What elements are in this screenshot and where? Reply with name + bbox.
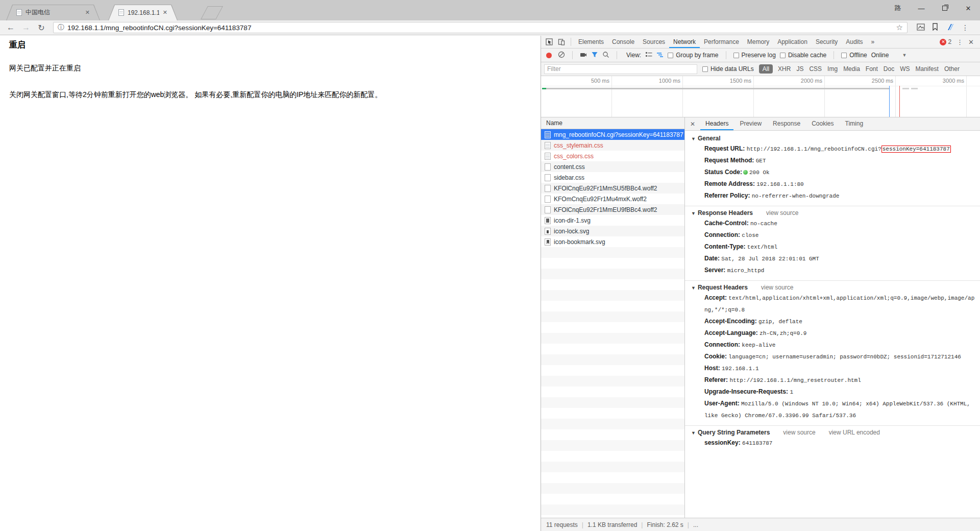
preserve-log-checkbox[interactable]: Preserve log <box>733 52 776 59</box>
ime-indicator[interactable]: 路 <box>886 4 910 13</box>
network-overview-timeline[interactable]: 500 ms 1000 ms 1500 ms 2000 ms 2500 ms 3… <box>541 76 980 117</box>
error-count: 2 <box>948 38 951 45</box>
filter-type-all[interactable]: All <box>759 64 773 74</box>
inspect-element-icon[interactable] <box>543 38 555 45</box>
new-tab-button[interactable] <box>201 6 223 19</box>
image-icon <box>545 238 551 246</box>
view-list-icon[interactable] <box>645 51 652 60</box>
address-bar[interactable]: ⓘ 192.168.1.1/mng_rebootinfoCN.cgi?sessi… <box>53 22 908 33</box>
filter-funnel-icon[interactable] <box>591 51 598 60</box>
search-icon[interactable] <box>602 51 609 60</box>
request-row[interactable]: icon-lock.svg <box>541 226 684 236</box>
page-status-line: 网关已配置并正在重启 <box>9 64 531 73</box>
filter-type-img[interactable]: Img <box>827 65 838 73</box>
view-source-link[interactable]: view source <box>783 429 815 436</box>
view-url-encoded-link[interactable]: view URL encoded <box>829 429 880 436</box>
devtools-tab-memory[interactable]: Memory <box>743 36 773 48</box>
filter-type-js[interactable]: JS <box>796 65 803 73</box>
devtools-tab-console[interactable]: Console <box>608 36 639 48</box>
tab-close-icon[interactable]: ✕ <box>163 10 167 15</box>
request-row[interactable]: content.css <box>541 161 684 172</box>
detail-tab-preview[interactable]: Preview <box>734 117 767 130</box>
browser-tab-1[interactable]: 中国电信 ✕ <box>6 5 100 20</box>
request-row[interactable]: KFOlCnqEu92Fr1MmSU5fBBc4.woff2 <box>541 183 684 194</box>
devtools-tab-application[interactable]: Application <box>773 36 812 48</box>
devtools-menu-icon[interactable]: ⋮ <box>957 38 963 46</box>
request-row[interactable]: icon-dir-1.svg <box>541 215 684 226</box>
request-row[interactable]: KFOlCnqEu92Fr1MmEU9fBBc4.woff2 <box>541 204 684 215</box>
filter-type-media[interactable]: Media <box>843 65 860 73</box>
filter-type-doc[interactable]: Doc <box>884 65 894 73</box>
error-count-badge[interactable]: ✕ 2 <box>940 38 951 45</box>
disclosure-triangle-icon[interactable]: ▼ <box>691 285 696 291</box>
request-row[interactable]: icon-bookmark.svg <box>541 236 684 247</box>
more-tabs-chevron[interactable]: » <box>867 36 879 48</box>
view-source-link[interactable]: view source <box>761 284 793 291</box>
devtools-tab-performance[interactable]: Performance <box>700 36 743 48</box>
bookmark-extension-icon[interactable] <box>932 23 938 32</box>
query-string-section: ▼Query String Parameters view source vie… <box>685 426 980 453</box>
device-toolbar-icon[interactable] <box>555 38 568 45</box>
ruler-line <box>541 86 980 86</box>
filter-type-other[interactable]: Other <box>944 65 960 73</box>
close-button[interactable]: ✕ <box>957 5 980 12</box>
disclosure-triangle-icon[interactable]: ▼ <box>691 136 696 141</box>
divider <box>834 51 834 59</box>
hide-data-urls-checkbox[interactable]: Hide data URLs <box>702 65 754 73</box>
record-button[interactable] <box>546 53 552 58</box>
request-row[interactable]: css_colors.css <box>541 151 684 161</box>
devtools-tab-elements[interactable]: Elements <box>574 36 608 48</box>
header-row: Host: 192.168.1.1 <box>691 363 975 374</box>
detail-tab-headers[interactable]: Headers <box>700 117 733 130</box>
tick-label: 2000 ms <box>783 78 822 84</box>
devtools-tab-sources[interactable]: Sources <box>639 36 669 48</box>
filter-input[interactable] <box>544 64 697 74</box>
clear-button[interactable] <box>558 51 565 60</box>
url-text[interactable]: 192.168.1.1/mng_rebootinfoCN.cgi?session… <box>67 24 893 32</box>
request-row[interactable]: KFOmCnqEu92Fr1Mu4mxK.woff2 <box>541 194 684 204</box>
detail-tab-response[interactable]: Response <box>768 117 805 130</box>
request-row[interactable]: css_stylemain.css <box>541 140 684 151</box>
bookmark-star-icon[interactable]: ☆ <box>896 23 903 32</box>
throttling-select[interactable]: Online <box>871 52 889 59</box>
offline-checkbox[interactable]: Offline <box>841 52 867 59</box>
throttling-dropdown-arrow[interactable]: ▼ <box>902 53 906 58</box>
disclosure-triangle-icon[interactable]: ▼ <box>691 211 696 216</box>
screenshot-extension-icon[interactable] <box>917 23 925 32</box>
minimize-button[interactable]: — <box>910 5 933 12</box>
disable-cache-checkbox[interactable]: Disable cache <box>780 52 826 59</box>
filter-type-css[interactable]: CSS <box>809 65 822 73</box>
timeline-bar <box>546 88 889 89</box>
devtools-tab-audits[interactable]: Audits <box>842 36 867 48</box>
detail-tab-timing[interactable]: Timing <box>840 117 869 130</box>
back-button[interactable]: ← <box>4 23 17 32</box>
header-row: Request Method: GET <box>691 155 975 166</box>
browser-tab-2-active[interactable]: 192.168.1.1/mng_reboo ✕ <box>108 5 178 20</box>
capture-screenshots-icon[interactable] <box>580 51 587 60</box>
header-row: Referer: http://192.168.1.1/mng_resetrou… <box>691 374 975 386</box>
chrome-menu-icon[interactable]: ⋮ <box>961 23 972 32</box>
tab-close-icon[interactable]: ✕ <box>85 10 90 15</box>
reload-button[interactable]: ↻ <box>35 23 48 33</box>
view-source-link[interactable]: view source <box>766 209 798 216</box>
filter-type-ws[interactable]: WS <box>900 65 910 73</box>
disclosure-triangle-icon[interactable]: ▼ <box>691 430 696 436</box>
devtools-close-icon[interactable]: ✕ <box>968 38 974 46</box>
filter-type-xhr[interactable]: XHR <box>778 65 791 73</box>
devtools-tab-security[interactable]: Security <box>812 36 842 48</box>
request-row[interactable]: mng_rebootinfoCN.cgi?sessionKey=64118378… <box>541 129 684 140</box>
filter-type-font[interactable]: Font <box>866 65 878 73</box>
forward-button[interactable]: → <box>19 23 33 32</box>
timeline-bar-green <box>542 88 546 89</box>
maximize-button[interactable] <box>933 5 957 12</box>
request-list-header[interactable]: Name <box>541 117 684 129</box>
request-row[interactable]: sidebar.css <box>541 172 684 183</box>
group-by-frame-checkbox[interactable]: Group by frame <box>668 52 718 59</box>
filter-type-manifest[interactable]: Manifest <box>916 65 939 73</box>
detail-tab-cookies[interactable]: Cookies <box>806 117 839 130</box>
adblock-extension-icon[interactable] <box>945 23 953 32</box>
devtools-tab-network[interactable]: Network <box>669 36 700 48</box>
view-waterfall-icon[interactable] <box>656 51 664 60</box>
page-info-icon[interactable]: ⓘ <box>58 23 64 32</box>
detail-close-icon[interactable]: ✕ <box>688 120 699 128</box>
